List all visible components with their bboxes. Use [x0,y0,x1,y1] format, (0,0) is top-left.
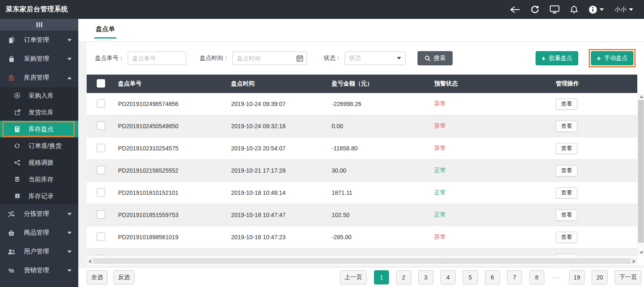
sidebar-item-current-stock[interactable]: 当前库存 [0,171,78,188]
cell-time: 2019-10-24 09:39:07 [225,101,325,107]
order-no-input[interactable] [128,52,186,65]
cell-order-no: PD2019101810152101 [112,189,225,196]
batch-stocktake-button[interactable]: + 批量盘点 [536,51,578,65]
sidebar-item-marketing[interactable]: %营销管理 [0,261,78,280]
prev-page-button[interactable]: 上一页 [340,270,367,284]
left-gutter [78,42,87,265]
plus-icon: + [597,55,601,62]
page-button-7[interactable]: 7 [507,270,522,284]
status-badge: 异常 [428,145,549,152]
view-button[interactable]: 查看 [556,165,577,176]
select-all-button[interactable]: 全选 [87,270,108,284]
page-button-8[interactable]: 8 [529,270,544,284]
search-button[interactable]: 搜索 [417,51,453,65]
page-button-4[interactable]: 4 [440,270,456,284]
next-page-button[interactable]: 下一页 [615,270,641,284]
page-button-19[interactable]: 19 [569,270,585,284]
scroll-left-arrow[interactable] [88,259,91,264]
col-status: 预警状态 [428,80,549,88]
monitor-icon[interactable] [550,5,559,13]
tab-stocktake-list[interactable]: 盘点单 [96,25,115,39]
cell-time: 2019-10-18 10:48:14 [225,189,325,196]
page-button-20[interactable]: 20 [592,270,608,284]
row-checkbox[interactable] [97,210,105,219]
vertical-scrollbar[interactable] [637,93,644,256]
sidebar-item-goods[interactable]: 商品管理 [0,223,78,242]
bell-icon[interactable] [570,5,578,14]
table-body: PD20191024985748562019-10-24 09:39:07-22… [87,93,637,256]
cell-amount: 1871.11 [325,189,428,196]
filter-bar: 盘点单号： 盘点时间： 状态： 状态 搜索 + 批量盘点 + 手动盘点 [78,42,644,75]
cell-order-no: PD2019102310254575 [112,145,225,152]
scroll-down-arrow[interactable] [639,251,644,254]
stocktake-table: 盘点单号 盘点时间 盈亏金额（元） 预警状态 管理操作 PD2019102498… [87,75,637,256]
row-checkbox[interactable] [97,99,105,108]
pagination: 上一页12345678···1920下一页 [340,270,641,284]
view-button[interactable]: 查看 [556,143,577,154]
sidebar-menu: 订单管理采购管理库房管理采购入库发货出库库存盘点订单退/换货规格调拨当前库存库存… [0,31,78,280]
username: 小小 [615,6,626,13]
refresh-icon[interactable] [531,5,539,13]
page-button-6[interactable]: 6 [485,270,500,284]
chevron-up-icon [67,77,72,79]
sidebar-item-sorting[interactable]: 分拣管理 [0,204,78,223]
time-input[interactable] [232,52,307,65]
sidebar-item-ship-out[interactable]: 发货出库 [0,104,78,121]
info-icon[interactable] [589,5,604,14]
calculator-icon [13,126,21,132]
cell-amount: 0.00 [325,123,428,129]
cell-order-no: PD2019102498574856 [112,101,225,107]
manual-stocktake-button[interactable]: + 手动盘点 [591,51,634,65]
row-checkbox[interactable] [97,144,105,152]
view-button[interactable]: 查看 [556,232,577,243]
sidebar-submenu: 采购入库发货出库库存盘点订单退/换货规格调拨当前库存库存记录 [0,87,78,204]
row-checkbox[interactable] [97,166,105,174]
sidebar-collapse-button[interactable] [0,19,78,31]
col-time: 盘点时间 [225,80,325,88]
pagination-ellipsis: ··· [551,274,562,281]
sidebar-item-spec-transfer[interactable]: 规格调拨 [0,154,78,171]
view-button[interactable]: 查看 [556,187,577,199]
bank-icon [8,75,15,81]
back-icon[interactable] [510,6,520,13]
search-icon [425,55,431,62]
row-checkbox[interactable] [97,188,105,197]
sidebar-item-purchase-in[interactable]: 采购入库 [0,87,78,104]
row-checkbox[interactable] [97,122,105,130]
page-button-3[interactable]: 3 [418,270,433,284]
sidebar-item-users[interactable]: 用户管理 [0,242,78,261]
user-menu[interactable]: 小小 [615,6,633,13]
table-row: PD20191021565255522019-10-21 17:17:2830.… [87,160,637,182]
page-button-5[interactable]: 5 [463,270,478,284]
sidebar-item-purchase[interactable]: 采购管理 [0,49,78,68]
invert-select-button[interactable]: 反选 [113,270,134,284]
collapse-icon [36,22,43,28]
view-button[interactable]: 查看 [556,254,577,257]
page-button-2[interactable]: 2 [396,270,411,284]
page-button-1[interactable]: 1 [374,270,389,284]
row-checkbox[interactable] [97,233,105,241]
scroll-right-arrow[interactable] [633,259,636,264]
users-icon [8,249,15,255]
horizontal-scrollbar[interactable] [87,258,637,264]
select-all-checkbox[interactable] [97,79,105,88]
database-icon [13,176,21,183]
sidebar-item-stock-records[interactable]: 库存记录 [0,188,78,204]
vertical-scrollbar-thumb[interactable] [638,100,644,243]
chevron-down-icon [67,39,72,41]
cell-time: 2019-10-23 20:54:07 [225,145,325,152]
horizontal-scrollbar-thumb[interactable] [93,258,631,264]
row-checkbox[interactable] [97,255,105,257]
app-title: 菜东家后台管理系统 [0,5,68,14]
sidebar-item-returns[interactable]: 订单退/换货 [0,137,78,154]
sidebar-item-warehouse[interactable]: 库房管理 [0,68,78,87]
view-button[interactable]: 查看 [556,98,577,110]
view-button[interactable]: 查看 [556,209,577,221]
view-button[interactable]: 查看 [556,121,577,132]
status-select[interactable]: 状态 [345,52,406,65]
cell-order-no: PD2019101898561019 [112,234,225,240]
sidebar-item-stocktake[interactable]: 库存盘点 [0,121,78,137]
scroll-up-arrow[interactable] [639,95,644,98]
table-row: PD20191014555254502019-10-14 16:02:31116… [87,248,637,256]
sidebar-item-order[interactable]: 订单管理 [0,31,78,49]
